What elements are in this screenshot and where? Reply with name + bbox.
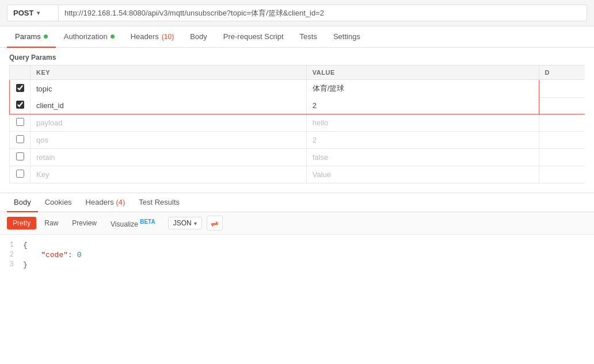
bottom-tabs-bar: Body Cookies Headers (4) Test Results (0, 193, 594, 212)
row-checkbox-cell[interactable] (10, 149, 31, 166)
table-row: Key Value (10, 166, 585, 183)
wrap-button[interactable]: ⇌ (207, 216, 223, 231)
row-checkbox[interactable] (16, 170, 24, 178)
row-desc-cell (539, 149, 585, 166)
row-value-cell[interactable]: 2 (306, 132, 539, 149)
bottom-tab-body-label: Body (14, 198, 31, 206)
raw-button[interactable]: Raw (39, 217, 64, 229)
row-checkbox-cell[interactable] (10, 114, 31, 132)
code-value: 0 (77, 251, 82, 259)
table-row: client_id 2 (10, 97, 585, 114)
table-row: topic 体育/篮球 (10, 80, 585, 98)
row-desc-cell (539, 97, 585, 114)
code-content: } (23, 260, 28, 269)
bottom-tab-test-results[interactable]: Test Results (132, 193, 186, 212)
row-checkbox-cell[interactable] (10, 80, 31, 98)
row-checkbox-cell[interactable] (10, 97, 31, 114)
row-value-cell[interactable]: 2 (306, 97, 539, 114)
params-table: KEY VALUE D topic 体育/篮球 (9, 65, 585, 183)
row-key-cell[interactable]: payload (31, 114, 307, 132)
preview-button[interactable]: Preview (66, 217, 102, 229)
row-key-cell[interactable]: topic (31, 80, 307, 98)
params-table-wrapper: KEY VALUE D topic 体育/篮球 (9, 65, 585, 183)
beta-badge: BETA (140, 219, 155, 225)
tab-body[interactable]: Body (182, 26, 215, 48)
visualize-button[interactable]: Visualize BETA (105, 216, 161, 231)
col-value: VALUE (306, 66, 539, 80)
code-key: "code" (41, 251, 68, 259)
tab-params[interactable]: Params (7, 26, 56, 48)
tab-params-label: Params (15, 32, 41, 41)
col-key: KEY (31, 66, 307, 80)
row-desc-cell (539, 114, 585, 132)
row-checkbox-cell[interactable] (10, 166, 31, 183)
headers-count: (10) (162, 33, 174, 41)
code-content: { (23, 241, 28, 250)
row-checkbox-cell[interactable] (10, 132, 31, 149)
response-toolbar: Pretty Raw Preview Visualize BETA JSON ▾… (0, 212, 594, 235)
row-key-cell[interactable]: qos (31, 132, 307, 149)
bottom-tab-cookies[interactable]: Cookies (38, 193, 79, 212)
row-desc-cell (539, 132, 585, 149)
row-value-cell[interactable]: false (306, 149, 539, 166)
row-checkbox[interactable] (16, 101, 24, 109)
row-desc-cell (539, 166, 585, 183)
row-key-cell[interactable]: client_id (31, 97, 307, 114)
query-params-title: Query Params (9, 53, 585, 62)
pretty-button[interactable]: Pretty (7, 217, 36, 229)
code-area: 1 { 2 "code": 0 3 } (0, 235, 594, 275)
url-input[interactable] (59, 5, 587, 21)
query-params-section: Query Params KEY VALUE D topic 体育/篮球 (0, 48, 594, 188)
col-check (10, 66, 31, 80)
tab-prerequest[interactable]: Pre-request Script (215, 26, 292, 48)
params-dot-icon (44, 35, 48, 39)
method-select[interactable]: POST ▾ (7, 5, 59, 21)
top-tabs-bar: Params Authorization Headers (10) Body P… (0, 26, 594, 48)
row-key-cell[interactable]: Key (31, 166, 307, 183)
tab-tests-label: Tests (300, 32, 317, 41)
tab-body-label: Body (190, 32, 207, 41)
method-chevron-icon: ▾ (37, 10, 40, 16)
row-value-cell[interactable]: hello (306, 114, 539, 132)
code-line-3: 3 } (0, 260, 594, 270)
format-select[interactable]: JSON ▾ (168, 217, 202, 229)
row-checkbox[interactable] (16, 84, 24, 92)
row-checkbox[interactable] (16, 118, 24, 126)
wrap-icon: ⇌ (211, 218, 218, 229)
tab-prerequest-label: Pre-request Script (223, 32, 284, 41)
bottom-tab-cookies-label: Cookies (45, 198, 72, 206)
tab-headers[interactable]: Headers (10) (123, 26, 182, 48)
bottom-tab-headers-label: Headers (86, 198, 114, 206)
row-desc-cell (539, 80, 585, 98)
tab-authorization[interactable]: Authorization (56, 26, 123, 48)
bottom-tab-headers[interactable]: Headers (4) (79, 193, 132, 212)
row-value-cell[interactable]: 体育/篮球 (306, 80, 539, 98)
bottom-tab-test-results-label: Test Results (139, 198, 180, 206)
row-key-cell[interactable]: retain (31, 149, 307, 166)
table-row: retain false (10, 149, 585, 166)
table-row: qos 2 (10, 132, 585, 149)
col-desc: D (539, 66, 585, 80)
tab-tests[interactable]: Tests (292, 26, 325, 48)
row-checkbox[interactable] (16, 135, 24, 143)
url-bar: POST ▾ (0, 0, 594, 26)
format-label: JSON (173, 219, 192, 227)
code-line-2: 2 "code": 0 (0, 250, 594, 260)
code-colon: : (68, 251, 77, 259)
authorization-dot-icon (111, 35, 115, 39)
table-row: payload hello (10, 114, 585, 132)
bottom-section: Body Cookies Headers (4) Test Results Pr… (0, 193, 594, 275)
row-value-cell[interactable]: Value (306, 166, 539, 183)
line-number: 2 (0, 251, 23, 259)
tab-settings[interactable]: Settings (325, 26, 368, 48)
row-checkbox[interactable] (16, 152, 24, 160)
code-line-1: 1 { (0, 240, 594, 250)
tab-headers-label: Headers (131, 32, 159, 41)
line-number: 1 (0, 241, 23, 249)
bottom-headers-count: (4) (116, 198, 125, 206)
format-chevron-icon: ▾ (194, 220, 197, 227)
bottom-tab-body[interactable]: Body (7, 193, 38, 212)
method-label: POST (13, 9, 33, 17)
tab-authorization-label: Authorization (64, 32, 108, 41)
line-number: 3 (0, 260, 23, 269)
